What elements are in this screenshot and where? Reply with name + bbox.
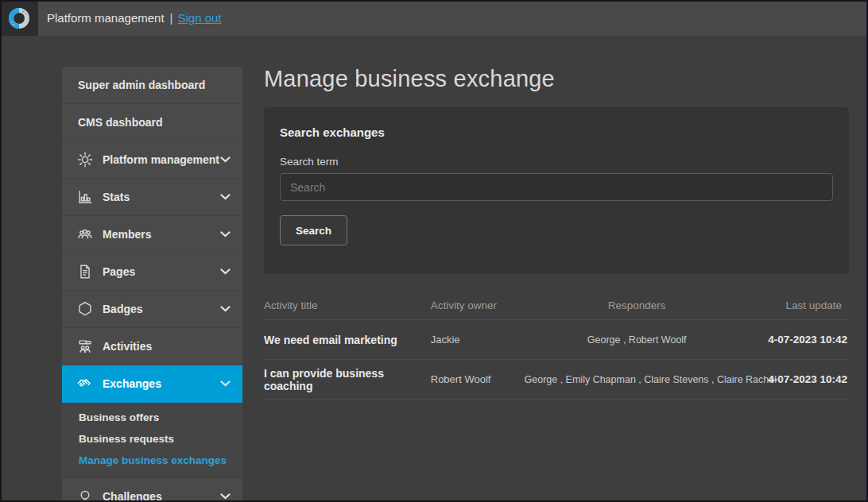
challenges-icon (76, 488, 94, 502)
search-button[interactable]: Search (280, 215, 347, 245)
cell-responders: George , Emily Chapman , Claire Stevens … (525, 374, 750, 385)
chevron-down-icon (220, 380, 231, 387)
sidebar-item-stats[interactable]: Stats (62, 179, 242, 216)
column-header-last-update: Last update (750, 299, 849, 311)
cell-activity-owner: Jackie (431, 334, 525, 346)
chevron-down-icon (220, 268, 231, 275)
chevron-down-icon (220, 156, 231, 163)
exchanges-icon (76, 375, 94, 392)
search-input[interactable] (280, 173, 833, 201)
chevron-down-icon (220, 194, 231, 200)
page-title: Manage business exchange (264, 66, 555, 92)
sidebar-item-challenges[interactable]: Challenges (62, 478, 242, 502)
sidebar-submenu-exchanges: Business offersBusiness requestsManage b… (62, 403, 242, 478)
sidebar-item-exchanges[interactable]: Exchanges (62, 365, 242, 403)
topbar-text: Platform management|Sign out (47, 11, 222, 25)
table-row[interactable]: We need email marketingJackieGeorge , Ro… (264, 320, 849, 360)
cell-activity-owner: Robert Woolf (431, 373, 525, 385)
topbar-separator: | (170, 11, 173, 25)
logo-ring-icon (7, 6, 31, 30)
sidebar-item-label: Pages (103, 265, 135, 278)
badge-icon (76, 300, 94, 318)
sidebar-subitem-manage-business-exchanges[interactable]: Manage business exchanges (62, 450, 242, 471)
activities-icon (76, 338, 94, 355)
table-body: We need email marketingJackieGeorge , Ro… (264, 320, 849, 400)
cell-activity-title: We need email marketing (264, 334, 431, 346)
chevron-down-icon (220, 306, 231, 312)
cell-last-update: 4-07-2023 10:42 (750, 334, 849, 346)
chevron-down-icon (220, 231, 231, 237)
stats-icon (76, 188, 94, 206)
sidebar-item-label: Platform management (103, 153, 219, 166)
sidebar-item-activities[interactable]: Activities (62, 328, 242, 365)
sidebar-item-platform-management[interactable]: Platform management (62, 141, 242, 179)
sidebar-item-label: Exchanges (103, 377, 161, 390)
sidebar-item-pages[interactable]: Pages (62, 253, 242, 291)
sidebar-item-label: CMS dashboard (78, 116, 163, 129)
search-panel: Search exchanges Search term Search (264, 107, 849, 274)
app-logo[interactable] (0, 0, 38, 36)
sidebar-item-label: Stats (103, 191, 130, 203)
sign-out-link[interactable]: Sign out (177, 11, 221, 25)
column-header-activity-title: Activity title (264, 299, 431, 311)
sidebar-item-label: Activities (103, 340, 152, 353)
cell-activity-title: I can provide business coaching (264, 367, 431, 392)
cell-responders: George , Robert Woolf (525, 334, 750, 346)
sidebar-subitem-business-requests[interactable]: Business requests (62, 428, 242, 450)
sidebar-item-label: Challenges (103, 490, 162, 502)
column-header-activity-owner: Activity owner (431, 299, 525, 311)
sidebar-item-cms-dashboard[interactable]: CMS dashboard (62, 104, 242, 141)
exchanges-table: Activity title Activity owner Responders… (264, 299, 849, 400)
members-icon (76, 226, 94, 243)
table-row[interactable]: I can provide business coachingRobert Wo… (264, 360, 849, 400)
table-header-row: Activity title Activity owner Responders… (264, 299, 849, 320)
pages-icon (76, 263, 94, 280)
sidebar: Super admin dashboardCMS dashboardPlatfo… (62, 67, 242, 502)
sidebar-menu: Super admin dashboardCMS dashboardPlatfo… (62, 67, 242, 502)
sidebar-subitem-business-offers[interactable]: Business offers (62, 407, 242, 428)
chevron-down-icon (220, 493, 231, 500)
sidebar-item-label: Super admin dashboard (78, 79, 205, 91)
sidebar-item-label: Badges (103, 303, 143, 315)
topbar: Platform management|Sign out (0, 0, 868, 36)
gear-icon (76, 151, 94, 168)
column-header-responders: Responders (525, 299, 750, 311)
sidebar-item-super-admin-dashboard[interactable]: Super admin dashboard (62, 67, 242, 104)
sidebar-item-label: Members (103, 228, 151, 241)
sidebar-item-badges[interactable]: Badges (62, 291, 242, 328)
topbar-title: Platform management (47, 11, 165, 25)
search-term-label: Search term (280, 156, 833, 168)
search-panel-title: Search exchanges (280, 126, 833, 139)
cell-last-update: 4-07-2023 10:42 (750, 373, 849, 385)
sidebar-item-members[interactable]: Members (62, 216, 242, 253)
